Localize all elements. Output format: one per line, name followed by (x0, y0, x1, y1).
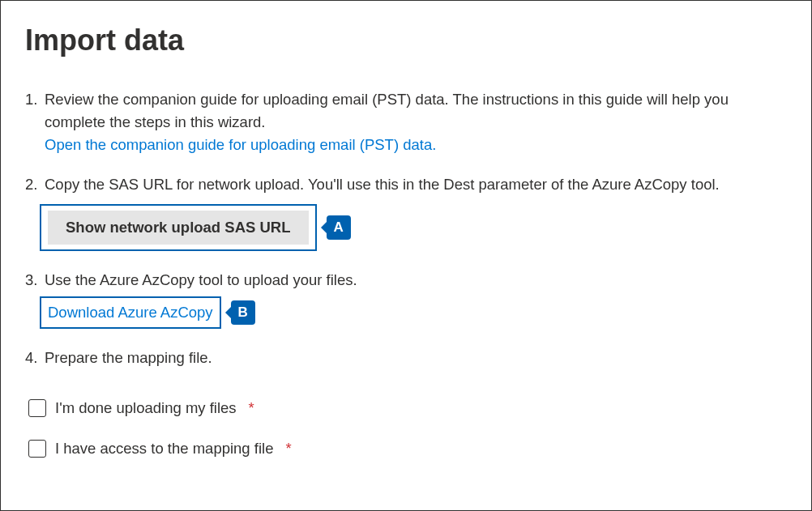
required-marker: * (285, 440, 291, 458)
required-marker: * (249, 399, 254, 417)
have-mapping-checkbox[interactable] (28, 440, 46, 458)
callout-a: A (327, 215, 351, 240)
step-4-text: Prepare the mapping file. (45, 349, 212, 366)
done-uploading-checkbox[interactable] (28, 399, 46, 417)
done-uploading-label: I'm done uploading my files (55, 399, 237, 417)
step-2-text: Copy the SAS URL for network upload. You… (45, 176, 720, 193)
show-sas-url-button[interactable]: Show network upload SAS URL (48, 211, 309, 245)
steps-list: Review the companion guide for uploading… (25, 88, 787, 368)
have-mapping-label: I have access to the mapping file (55, 440, 273, 458)
step-1: Review the companion guide for uploading… (25, 88, 787, 155)
step-4: Prepare the mapping file. (25, 347, 787, 369)
step-2: Copy the SAS URL for network upload. You… (25, 173, 787, 251)
have-mapping-row: I have access to the mapping file * (25, 440, 787, 458)
done-uploading-row: I'm done uploading my files * (25, 399, 787, 417)
callout-b: B (231, 300, 255, 325)
page-title: Import data (25, 23, 787, 57)
import-data-panel: Import data Review the companion guide f… (0, 0, 812, 511)
step-1-text: Review the companion guide for uploading… (45, 91, 729, 130)
azcopy-highlight: Download Azure AzCopy B (40, 296, 221, 329)
companion-guide-link[interactable]: Open the companion guide for uploading e… (45, 136, 436, 153)
download-azcopy-link[interactable]: Download Azure AzCopy (48, 304, 213, 321)
step-3-text: Use the Azure AzCopy tool to upload your… (45, 271, 357, 288)
step-3: Use the Azure AzCopy tool to upload your… (25, 269, 787, 329)
sas-url-highlight: Show network upload SAS URL A (40, 204, 317, 251)
